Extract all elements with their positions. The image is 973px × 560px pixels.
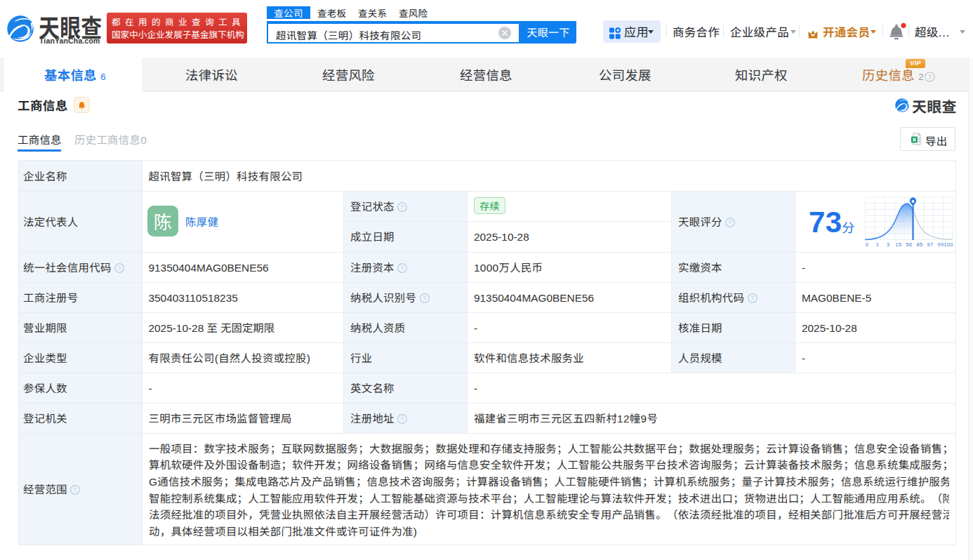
svg-text:?: ? — [74, 486, 77, 493]
svg-text:?: ? — [118, 265, 121, 272]
svg-text:15: 15 — [896, 241, 902, 248]
svg-text:97: 97 — [927, 241, 934, 248]
svg-text:85: 85 — [917, 241, 923, 248]
svg-text:?: ? — [401, 265, 404, 272]
svg-text:1: 1 — [876, 241, 879, 248]
svg-text:99: 99 — [938, 241, 944, 248]
svg-text:50: 50 — [906, 241, 913, 248]
svg-text:?: ? — [423, 295, 426, 302]
svg-text:3: 3 — [887, 241, 889, 248]
svg-text:?: ? — [729, 219, 732, 226]
svg-text:100: 100 — [944, 241, 953, 248]
svg-text:0: 0 — [866, 241, 868, 248]
svg-text:?: ? — [750, 295, 754, 302]
svg-text:?: ? — [401, 415, 404, 422]
svg-text:?: ? — [401, 204, 404, 211]
svg-text:?: ? — [928, 73, 932, 81]
